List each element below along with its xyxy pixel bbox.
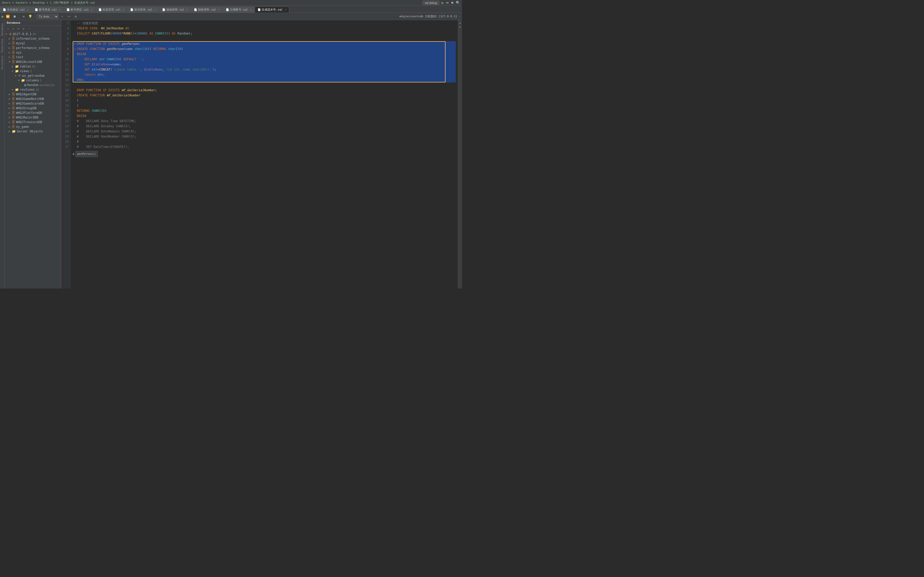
tree-info-schema[interactable]: ▶ 🗄 information_schema <box>5 36 61 41</box>
toolbar-right: whqjaccountsdb 大联盟AI [127.0.0.1] ✓ <box>399 15 460 18</box>
favorites-label[interactable]: Favorites <box>0 38 4 53</box>
tab-zhanghaodenglu[interactable]: 📄 帐号登录.sql ✕ <box>32 6 64 13</box>
tab-shiming[interactable]: 📄 实名验证.sql ✕ <box>0 6 32 13</box>
tree-server[interactable]: ▼ 🖥 @127.0.0.1 14 <box>5 32 61 36</box>
code-editor[interactable]: -- 创建新视图 CREATE VIEW WV_GetRandom AS (SE… <box>71 20 458 288</box>
tree-perf-schema[interactable]: ▶ 🗄 performance_schema <box>5 45 61 50</box>
sidebar-filter-btn[interactable]: ≡ <box>16 26 21 31</box>
folder-icon: 📁 <box>21 79 25 82</box>
line-code: (SELECT CAST(FLOOR(90000*RAND()+10000) A… <box>77 31 456 36</box>
run-all-button[interactable]: ⏩ <box>5 14 11 19</box>
tree-label: routines <box>20 88 35 92</box>
tree-random-col[interactable]: ▦ Random varchar(5) <box>5 83 61 87</box>
code-line-18: ( <box>73 98 456 103</box>
sidebar-settings-btn[interactable]: ⚙ <box>21 26 26 31</box>
code-container[interactable]: 3456 78910 11121314 15161718 19202122 23… <box>61 20 462 288</box>
green-check-icon: ✓ <box>74 41 76 47</box>
tree-columns[interactable]: ▼ 📁 columns 1 <box>5 78 61 83</box>
tab-close[interactable]: ✕ <box>186 8 188 11</box>
tree-server-objects[interactable]: ▶ 📁 Server Objects <box>5 129 61 134</box>
server-icon: 🖥 <box>9 32 12 36</box>
database-label[interactable]: Database <box>0 22 4 37</box>
tab-jiqiguanli[interactable]: 📄 机器管理.sql ✕ <box>96 6 128 13</box>
sidebar-add-btn[interactable]: + <box>6 26 10 31</box>
line-code: DROP FUNCTION IF EXISTS WF_GetSerialNumb… <box>77 88 456 93</box>
tree-whqjagent[interactable]: ▶ 🗄 WHQJAgentDB <box>5 92 61 97</box>
run-icon[interactable]: ▶ <box>441 0 444 5</box>
stop-button[interactable]: ⏹ <box>12 14 18 19</box>
tab-close[interactable]: ✕ <box>91 8 92 11</box>
tree-label: columns <box>26 79 39 82</box>
tab-jiaoyanquanxian[interactable]: 📄 校验权限.sql ✕ <box>159 6 191 13</box>
tab-close[interactable]: ✕ <box>155 8 156 11</box>
tree-label: WHQJAccountsDB <box>16 60 42 64</box>
rollback-button[interactable]: ↩ <box>66 14 72 19</box>
tree-arrow: ▶ <box>9 51 12 54</box>
db-icon: 🗄 <box>12 51 15 54</box>
tree-whqjplatform[interactable]: ▶ 🗄 WHQJPlatformDB <box>5 111 61 115</box>
tab-close[interactable]: ✕ <box>123 8 124 11</box>
tab-icon: 📄 <box>99 8 102 11</box>
format-button[interactable]: ≡ <box>21 14 27 19</box>
scroll-top-btn[interactable]: ▲ <box>459 21 462 25</box>
db-icon: 🗄 <box>12 120 15 124</box>
debug-button[interactable]: sql debug <box>423 1 439 5</box>
commit-button[interactable]: ✓ <box>60 14 65 19</box>
line-code: BEGIN <box>77 52 456 56</box>
stop-icon[interactable]: ⏹ <box>451 1 454 4</box>
tab-close[interactable]: ✕ <box>59 8 61 11</box>
line-code: RETURNS CHAR(20) <box>77 108 456 113</box>
sidebar-collapse-btn[interactable]: − <box>26 26 31 31</box>
code-line-12: SET str=CONCAT('create table ', @tableNa… <box>73 67 456 72</box>
tab-close[interactable]: ✕ <box>218 8 220 11</box>
line-marker: ⊘ <box>73 47 77 52</box>
tab-shengcheliushui[interactable]: 📄 生成流水号.sql ✕ <box>255 6 289 13</box>
explain-button[interactable]: 💡 <box>27 14 33 19</box>
tree-arrow: ▼ <box>18 79 21 82</box>
search-icon[interactable]: 🔍 <box>456 1 460 5</box>
tab-close[interactable]: ✕ <box>250 8 252 11</box>
settings-button[interactable]: ⚙ <box>73 14 79 19</box>
tree-whqjaccounts[interactable]: ▼ 🗄 WHQJAccountsDB <box>5 60 61 64</box>
code-line-19: ) <box>73 103 456 108</box>
code-line-13: return str; <box>73 72 456 77</box>
line-code: END; <box>77 77 456 82</box>
tx-select[interactable]: Tx: Auto Tx: Manual <box>37 14 58 19</box>
line-code: # DECLARE DateRemain CHAR(9); <box>77 129 456 134</box>
tree-whqjtreasure[interactable]: ▶ 🗄 WHQJTreasureDB <box>5 120 61 124</box>
folder-icon: 📁 <box>15 88 19 92</box>
tree-arrow: ▶ <box>9 130 12 133</box>
tree-mysql[interactable]: ▶ 🗄 mysql <box>5 41 61 45</box>
run-button[interactable]: ▶ <box>2 14 4 19</box>
tree-wv-getrandom[interactable]: ▼ 👁 wv_getrandom <box>5 73 61 78</box>
tree-views[interactable]: ▼ 📁 views 1 <box>5 69 61 73</box>
tab-biaozhidenglu[interactable]: 📄 标识登录.sql ✕ <box>128 6 159 13</box>
main-toolbar: ▶ ⏩ ⏹ ≡ 💡 Tx: Auto Tx: Manual ✓ ↩ ⚙ whqj… <box>0 13 462 20</box>
tab-zhucezhanghao[interactable]: 📄 注册帐号.sql ✕ <box>223 6 255 13</box>
tab-icon: 📄 <box>35 8 38 11</box>
tree-xygame[interactable]: ▶ 🗄 xy_game <box>5 124 61 129</box>
line-code: # SET DateTime=SYSDATE(); <box>77 144 456 150</box>
sidebar-refresh-btn[interactable]: ↻ <box>11 26 16 31</box>
tab-close[interactable]: ✕ <box>285 8 286 11</box>
tree-whqjrecord[interactable]: ▶ 🗄 WHQJRecordDB <box>5 115 61 120</box>
tree-sys[interactable]: ▶ 🗄 sys <box>5 50 61 55</box>
code-line-17: CREATE FUNCTION WF_GetSerialNumber <box>73 93 456 98</box>
code-line-25: # DECLARE RandNumber CHAR(5); <box>73 134 456 139</box>
structure-label[interactable]: Structure <box>0 55 4 71</box>
code-line-7: ✓ DROP FUNCTION IF EXISTS genPerson; <box>73 41 456 47</box>
step-icon[interactable]: ⏭ <box>446 1 449 4</box>
tree-whqjgamescore[interactable]: ▶ 🗄 WHQJGameScoreDB <box>5 101 61 106</box>
tree-whqjgamematch[interactable]: ▶ 🗄 WHQJGameMatchDB <box>5 97 61 101</box>
tree-test[interactable]: ▶ 🗄 test <box>5 55 61 60</box>
code-line-15 <box>73 82 456 88</box>
code-line-14: END; <box>73 77 456 82</box>
tree-whqjgroup[interactable]: ▶ 🗄 WHQJGroupDB <box>5 106 61 111</box>
scroll-bottom-btn[interactable]: ▼ <box>459 25 462 29</box>
folder-icon: 📁 <box>15 69 19 73</box>
tree-routines[interactable]: ▶ 📁 routines 22 <box>5 87 61 92</box>
tree-tables[interactable]: ▶ 📁 tables 41 <box>5 64 61 69</box>
tab-zhanghaobangding[interactable]: 📄 帐号绑定.sql ✕ <box>64 6 95 13</box>
tab-jiaoyanziilao[interactable]: 📄 校验资料.sql ✕ <box>191 6 223 13</box>
tab-close[interactable]: ✕ <box>27 8 29 11</box>
